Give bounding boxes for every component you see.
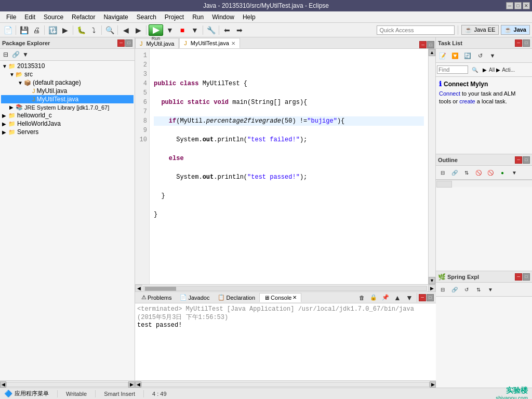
prev-button[interactable]: ◀ xyxy=(120,24,131,36)
tab-javadoc[interactable]: 📄 Javadoc xyxy=(176,293,214,302)
editor-vscrollbar[interactable]: ▲ ▼ xyxy=(428,49,435,284)
console-close-icon[interactable]: ✕ xyxy=(292,295,297,300)
tab-console[interactable]: 🖥 Console ✕ xyxy=(259,293,301,302)
console-scroll-left[interactable]: ◀ xyxy=(135,381,141,388)
tree-item-jre[interactable]: ▶ 📚 JRE System Library [jdk1.7.0_67] xyxy=(1,103,134,111)
run-last-button[interactable]: ▶ xyxy=(59,24,71,36)
close-button[interactable]: ✕ xyxy=(523,2,530,9)
menu-run[interactable]: Run xyxy=(188,12,208,22)
stop-button[interactable]: ■ xyxy=(177,24,188,36)
app-menu-area[interactable]: 🔷 应用程序菜单 xyxy=(4,390,49,397)
spring-sync[interactable]: 🔗 xyxy=(449,284,460,295)
quick-access-input[interactable] xyxy=(377,25,455,35)
run-button[interactable]: ▶ xyxy=(149,24,163,36)
task-maximize[interactable]: □ xyxy=(523,39,530,47)
outline-scroll-thumb[interactable] xyxy=(436,181,452,188)
menu-source[interactable]: Source xyxy=(39,12,68,22)
clear-console[interactable]: 🗑 xyxy=(356,292,367,303)
code-area[interactable]: 1 2 3 4 5 6 7 8 9 10 public class MyUtil… xyxy=(135,49,435,284)
create-link[interactable]: create xyxy=(459,98,475,104)
scroll-track-v[interactable] xyxy=(429,56,435,277)
tree-item-src[interactable]: ▼ 📂 src xyxy=(1,70,134,78)
spring-sort[interactable]: ⇅ xyxy=(473,284,484,295)
connect-link[interactable]: Connect xyxy=(439,90,460,97)
console-nav-up[interactable]: ▲ xyxy=(392,292,403,303)
outline-sync[interactable]: 🔗 xyxy=(449,167,460,178)
acti-label[interactable]: Acti... xyxy=(502,67,515,73)
explorer-menu[interactable]: ▼ xyxy=(21,50,30,59)
menu-search[interactable]: Search xyxy=(132,12,161,22)
scroll-left-btn[interactable]: ◀ xyxy=(0,381,6,388)
minimize-button[interactable]: ─ xyxy=(506,2,513,9)
scroll-track-h[interactable] xyxy=(143,286,427,291)
next-button[interactable]: ▶ xyxy=(132,24,144,36)
external-tools[interactable]: 🔧 xyxy=(205,24,217,36)
task-refresh[interactable]: ↺ xyxy=(474,50,486,61)
tab-close-icon[interactable]: ✕ xyxy=(231,41,235,46)
task-minimize[interactable]: ─ xyxy=(515,39,522,47)
tree-item-helloworldjava[interactable]: ▶ 📁 HelloWorldJava xyxy=(1,119,134,128)
task-menu[interactable]: ▼ xyxy=(487,50,498,61)
console-scroll-track[interactable] xyxy=(141,382,430,387)
tree-item-default-pkg[interactable]: ▼ 📦 (default package) xyxy=(1,78,134,87)
task-filter[interactable]: 🔽 xyxy=(449,50,461,61)
debug-button[interactable]: 🐛 xyxy=(75,24,87,36)
restore-button[interactable]: □ xyxy=(514,2,522,9)
console-minimize[interactable]: ─ xyxy=(419,294,426,301)
editor-maximize[interactable]: □ xyxy=(427,41,434,48)
tree-item-helloworld-c[interactable]: ▶ 📁 helloworld_c xyxy=(1,111,134,119)
search-button[interactable]: 🔍 xyxy=(104,24,115,36)
scroll-lock[interactable]: 🔒 xyxy=(368,292,379,303)
outline-filter[interactable]: 🚫 xyxy=(473,167,484,178)
tree-item-myutil[interactable]: J MyUtil.java xyxy=(1,87,134,95)
outline-minimize[interactable]: ─ xyxy=(515,156,522,164)
editor-minimize[interactable]: ─ xyxy=(419,41,427,48)
console-nav-down[interactable]: ▼ xyxy=(404,292,415,303)
outline-sort[interactable]: ⇅ xyxy=(461,167,472,178)
menu-navigate[interactable]: Navigate xyxy=(99,12,132,22)
tree-item-20135310[interactable]: ▼ 📁 20135310 xyxy=(1,62,134,70)
print-button[interactable]: 🖨 xyxy=(31,24,42,36)
menu-file[interactable]: File xyxy=(2,12,20,22)
tab-myutiltest[interactable]: J MyUtilTest.java ✕ xyxy=(179,38,240,48)
all-label[interactable]: All xyxy=(489,67,495,73)
explorer-hscrollbar[interactable]: ◀ ▶ xyxy=(0,380,135,388)
outline-green[interactable]: ● xyxy=(497,167,508,178)
find-search-btn[interactable]: 🔍 xyxy=(469,64,481,75)
outline-collapse[interactable]: ⊟ xyxy=(437,167,448,178)
scroll-up-btn[interactable]: ▲ xyxy=(429,49,435,56)
task-new[interactable]: 📝 xyxy=(437,50,448,61)
scroll-right-btn[interactable]: ▶ xyxy=(128,381,135,388)
tree-item-servers[interactable]: ▶ 📁 Servers xyxy=(1,128,134,136)
spring-maximize[interactable]: □ xyxy=(523,273,530,281)
refresh-button[interactable]: 🔃 xyxy=(47,24,58,36)
scroll-down-btn[interactable]: ▼ xyxy=(429,277,435,284)
menu-help[interactable]: Help xyxy=(238,12,260,22)
scroll-right[interactable]: ▶ xyxy=(428,285,435,292)
outline-filter2[interactable]: 🚫 xyxy=(485,167,496,178)
console-pin[interactable]: 📌 xyxy=(380,292,391,303)
panel-minimize[interactable]: ─ xyxy=(117,39,125,47)
code-text[interactable]: public class MyUtilTest { public static … xyxy=(150,49,428,284)
menu-refactor[interactable]: Refactor xyxy=(68,12,99,22)
window-controls[interactable]: ─ □ ✕ xyxy=(506,2,530,9)
menu-window[interactable]: Window xyxy=(208,12,238,22)
console-scroll-right[interactable]: ▶ xyxy=(430,381,436,388)
tab-problems[interactable]: ⚠ Problems xyxy=(137,293,176,302)
collapse-all[interactable]: ⊟ xyxy=(1,50,10,59)
spring-refresh[interactable]: ↺ xyxy=(461,284,472,295)
nav-back[interactable]: ⬅ xyxy=(221,24,233,36)
tab-declaration[interactable]: 📋 Declaration xyxy=(214,293,259,302)
spring-collapse[interactable]: ⊟ xyxy=(437,284,448,295)
scroll-left[interactable]: ◀ xyxy=(135,285,142,292)
save-button[interactable]: 💾 xyxy=(18,24,30,36)
task-sync[interactable]: 🔄 xyxy=(462,50,473,61)
outline-scrollbar[interactable] xyxy=(436,180,532,187)
panel-maximize[interactable]: □ xyxy=(125,39,132,47)
scroll-track[interactable] xyxy=(6,382,128,387)
perspective-javaee[interactable]: ☕ Java EE xyxy=(461,25,499,35)
link-editor[interactable]: 🔗 xyxy=(11,50,20,59)
perspective-java[interactable]: ☕ Java xyxy=(501,25,530,35)
stop-dropdown[interactable]: ▼ xyxy=(189,24,201,36)
console-hscrollbar[interactable]: ◀ ▶ xyxy=(135,380,436,388)
